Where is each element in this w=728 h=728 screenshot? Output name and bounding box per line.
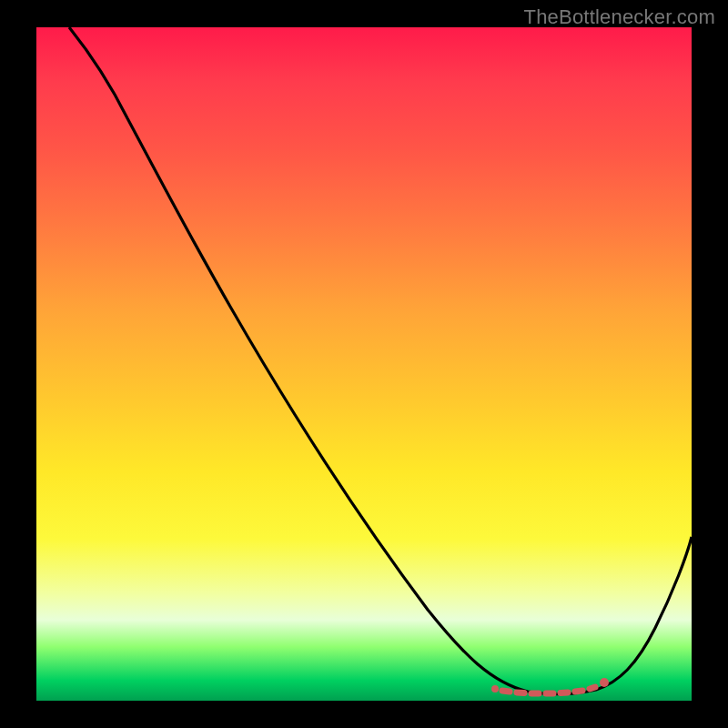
- svg-line-7: [590, 687, 595, 689]
- svg-line-2: [517, 693, 524, 693]
- svg-point-0: [491, 685, 499, 693]
- curve-layer: [36, 27, 692, 701]
- watermark-text: TheBottlenecker.com: [524, 5, 715, 29]
- svg-line-1: [502, 691, 510, 692]
- svg-line-6: [575, 691, 582, 692]
- bottleneck-curve-line: [69, 27, 692, 694]
- plot-area: [36, 27, 692, 701]
- svg-line-5: [561, 693, 568, 693]
- bottleneck-chart: TheBottlenecker.com: [0, 0, 728, 728]
- svg-point-8: [600, 678, 609, 687]
